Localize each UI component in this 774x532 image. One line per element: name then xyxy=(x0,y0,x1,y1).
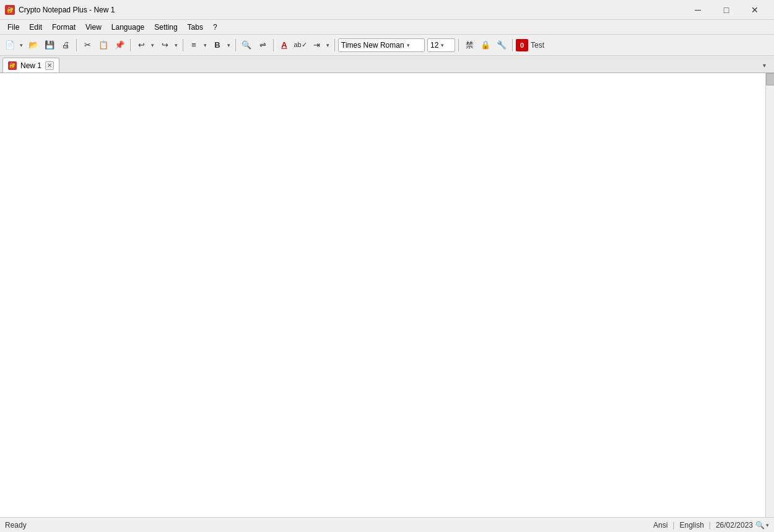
vertical-scrollbar[interactable] xyxy=(765,73,774,517)
tab-new1[interactable]: 🔐 New 1 ✕ xyxy=(2,58,59,72)
hash-button[interactable]: 0 xyxy=(516,39,528,51)
encrypt-button[interactable]: 禁 xyxy=(462,38,477,53)
menu-edit[interactable]: Edit xyxy=(24,20,47,34)
status-bar: Ready Ansi | English | 26/02/2023 🔍 ▾ xyxy=(0,517,774,532)
new-dropdown-button[interactable]: ▾ xyxy=(17,38,25,53)
scrollbar-thumb[interactable] xyxy=(766,73,774,85)
font-size-value: 12 xyxy=(430,41,438,50)
undo-button[interactable]: ↩ xyxy=(134,38,149,53)
find-button[interactable]: 🔍 xyxy=(239,38,254,53)
font-family-arrow: ▾ xyxy=(407,42,410,48)
redo-dropdown-button[interactable]: ▾ xyxy=(172,38,180,53)
title-text: Crypto Notepad Plus - New 1 xyxy=(19,6,115,14)
new-button[interactable]: 📄 xyxy=(2,38,17,53)
paste-button[interactable]: 📌 xyxy=(112,38,127,53)
save-button[interactable]: 💾 xyxy=(42,38,57,53)
separator-1 xyxy=(76,39,77,51)
spell-button[interactable]: ab✓ xyxy=(293,38,308,53)
redo-button[interactable]: ↪ xyxy=(157,38,172,53)
zoom-arrow: ▾ xyxy=(766,522,769,528)
status-date: 26/02/2023 xyxy=(713,521,755,530)
menu-language[interactable]: Language xyxy=(107,20,149,34)
align-dropdown-button[interactable]: ▾ xyxy=(201,38,209,53)
cut-button[interactable]: ✂ xyxy=(80,38,95,53)
print-button[interactable]: 🖨 xyxy=(58,38,73,53)
tab-overflow-button[interactable]: ▾ xyxy=(757,58,772,72)
maximize-button[interactable]: □ xyxy=(712,0,741,20)
menu-bar: File Edit Format View Language Setting T… xyxy=(0,20,774,35)
separator-5 xyxy=(273,39,274,51)
separator-6 xyxy=(334,39,335,51)
lock-button[interactable]: 🔒 xyxy=(478,38,493,53)
app-icon: 🔐 xyxy=(5,5,15,15)
status-ready: Ready xyxy=(5,521,27,530)
open-button[interactable]: 📂 xyxy=(26,38,41,53)
font-color-button[interactable]: A xyxy=(277,38,292,53)
zoom-icon: 🔍 xyxy=(755,521,765,530)
menu-format[interactable]: Format xyxy=(47,20,80,34)
tab-label: New 1 xyxy=(20,61,41,70)
copy-button[interactable]: 📋 xyxy=(96,38,111,53)
tab-close-button[interactable]: ✕ xyxy=(45,61,54,70)
toolbar: 📄 ▾ 📂 💾 🖨 ✂ 📋 📌 ↩ ▾ ↪ ▾ ≡ ▾ B ▾ 🔍 ⇌ A ab… xyxy=(0,35,774,56)
font-family-value: Times New Roman xyxy=(341,41,404,50)
menu-view[interactable]: View xyxy=(80,20,107,34)
replace-button[interactable]: ⇌ xyxy=(255,38,270,53)
close-button[interactable]: ✕ xyxy=(741,0,769,20)
separator-4 xyxy=(235,39,236,51)
title-bar-controls: ─ □ ✕ xyxy=(684,0,769,20)
tab-bar: 🔐 New 1 ✕ ▾ xyxy=(0,56,774,73)
undo-dropdown-button[interactable]: ▾ xyxy=(149,38,156,53)
separator-2 xyxy=(130,39,131,51)
align-button[interactable]: ≡ xyxy=(186,38,201,53)
bold-button[interactable]: B xyxy=(210,38,225,53)
status-zoom[interactable]: 🔍 ▾ xyxy=(755,521,769,530)
status-language: English xyxy=(677,521,706,530)
font-size-arrow: ▾ xyxy=(441,42,444,48)
indent-dropdown-button[interactable]: ▾ xyxy=(324,38,331,53)
menu-help[interactable]: ? xyxy=(208,20,222,34)
title-bar-left: 🔐 Crypto Notepad Plus - New 1 xyxy=(5,5,115,15)
minimize-button[interactable]: ─ xyxy=(684,0,712,20)
status-sep-1: | xyxy=(672,521,674,530)
title-bar: 🔐 Crypto Notepad Plus - New 1 ─ □ ✕ xyxy=(0,0,774,20)
separator-8 xyxy=(512,39,513,51)
status-encoding: Ansi xyxy=(651,521,670,530)
separator-3 xyxy=(183,39,183,51)
separator-7 xyxy=(458,39,459,51)
menu-file[interactable]: File xyxy=(2,20,24,34)
indent-button[interactable]: ⇥ xyxy=(309,38,324,53)
test-label: Test xyxy=(531,41,544,50)
menu-tabs[interactable]: Tabs xyxy=(183,20,208,34)
status-bar-right: Ansi | English | 26/02/2023 🔍 ▾ xyxy=(651,521,769,530)
tab-icon: 🔐 xyxy=(8,61,17,70)
font-size-dropdown[interactable]: 12 ▾ xyxy=(427,38,455,52)
menu-setting[interactable]: Setting xyxy=(149,20,182,34)
editor-area xyxy=(0,73,774,517)
font-family-dropdown[interactable]: Times New Roman ▾ xyxy=(338,38,425,52)
tool-button[interactable]: 🔧 xyxy=(494,38,509,53)
editor-textarea[interactable] xyxy=(0,73,774,517)
status-sep-2: | xyxy=(709,521,711,530)
bold-dropdown-button[interactable]: ▾ xyxy=(225,38,232,53)
